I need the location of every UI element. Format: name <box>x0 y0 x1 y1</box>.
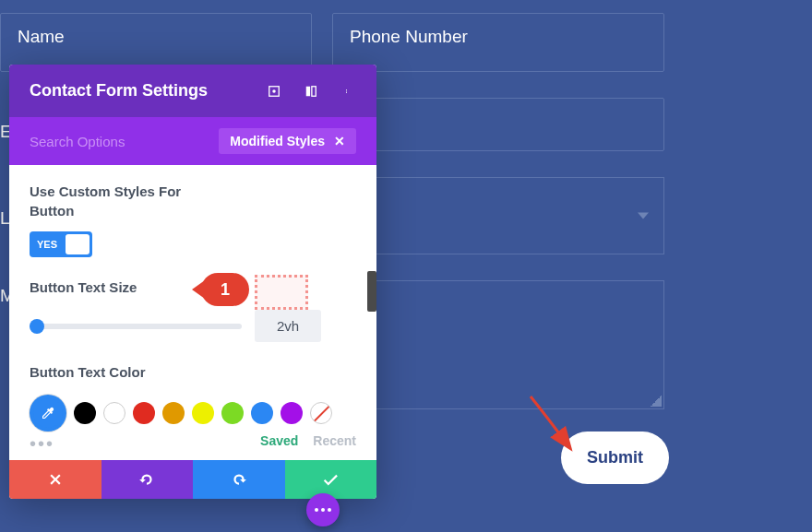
annotation-highlight-box <box>255 275 308 310</box>
panel-header: Contact Form Settings <box>9 65 376 117</box>
recent-tab[interactable]: Recent <box>313 433 356 455</box>
svg-point-5 <box>346 90 347 91</box>
name-label: Name <box>18 27 65 46</box>
color-orange[interactable] <box>162 402 185 424</box>
color-yellow[interactable] <box>192 402 214 424</box>
field-row-2[interactable] <box>332 98 664 151</box>
color-blue[interactable] <box>251 402 273 424</box>
toggle-knob <box>66 234 90 254</box>
toggle-yes-text: YES <box>37 239 57 250</box>
floating-action-button[interactable] <box>306 493 340 526</box>
column-icon[interactable] <box>303 83 319 100</box>
eyedropper-button[interactable] <box>30 395 66 432</box>
undo-button[interactable] <box>102 460 194 499</box>
text-size-value[interactable]: 2vh <box>255 310 321 342</box>
color-black[interactable] <box>74 402 96 424</box>
search-input[interactable]: Search Options <box>30 134 125 149</box>
slider-thumb[interactable] <box>30 319 44 334</box>
color-reset[interactable] <box>310 402 332 424</box>
save-button[interactable] <box>285 460 377 499</box>
svg-point-1 <box>272 89 276 93</box>
color-swatch-row <box>30 395 356 432</box>
search-row: Search Options Modified Styles ✕ <box>9 117 376 165</box>
svg-rect-3 <box>312 86 316 96</box>
text-size-slider[interactable] <box>30 324 242 329</box>
cancel-button[interactable] <box>9 460 102 499</box>
modified-tag-text: Modified Styles <box>230 134 325 148</box>
annotation-marker-1: 1 <box>201 273 249 306</box>
close-icon[interactable]: ✕ <box>334 134 345 148</box>
color-purple[interactable] <box>281 402 303 424</box>
modified-styles-tag[interactable]: Modified Styles ✕ <box>219 128 356 154</box>
panel-body: Use Custom Styles For Button YES Button … <box>9 165 376 460</box>
kebab-menu-icon[interactable] <box>340 83 356 100</box>
panel-title: Contact Form Settings <box>30 81 208 100</box>
custom-styles-label: Use Custom Styles For Button <box>30 182 196 220</box>
phone-label: Phone Number <box>350 27 468 46</box>
textarea-field[interactable] <box>332 280 664 409</box>
svg-point-4 <box>346 89 347 90</box>
custom-styles-toggle[interactable]: YES <box>30 231 92 257</box>
resize-handle-icon[interactable] <box>651 396 662 407</box>
color-red[interactable] <box>133 402 155 424</box>
fab-dots-icon <box>315 508 331 512</box>
svg-point-6 <box>346 92 347 93</box>
arrow-annotation <box>521 392 586 469</box>
phone-field[interactable]: Phone Number <box>332 13 664 72</box>
dropdown-field[interactable] <box>332 177 664 254</box>
name-field[interactable]: Name <box>0 13 312 72</box>
saved-recent-row: ••• Saved Recent <box>30 432 356 455</box>
text-color-label: Button Text Color <box>30 364 356 380</box>
redo-button[interactable] <box>193 460 285 499</box>
more-dots-icon[interactable]: ••• <box>30 433 54 455</box>
svg-rect-2 <box>306 86 310 96</box>
expand-icon[interactable] <box>266 83 282 100</box>
annotation-1-number: 1 <box>221 280 230 300</box>
color-white[interactable] <box>103 402 125 424</box>
saved-tab[interactable]: Saved <box>260 433 298 455</box>
slider-track <box>30 324 242 329</box>
scrollbar[interactable] <box>367 271 376 312</box>
color-green[interactable] <box>221 402 244 424</box>
chevron-down-icon <box>638 213 649 219</box>
